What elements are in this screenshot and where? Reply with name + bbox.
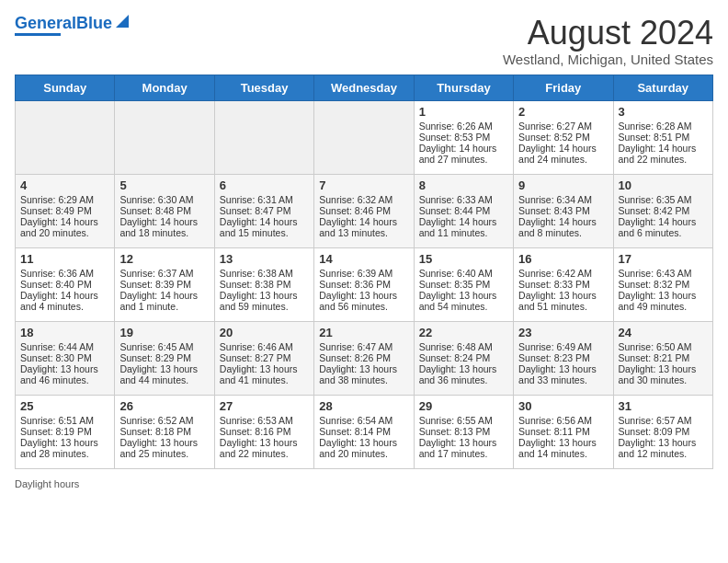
daylight-text: Daylight: 13 hours and 59 minutes. — [220, 290, 309, 312]
day-number: 31 — [619, 399, 708, 413]
sunrise-text: Sunrise: 6:50 AM — [619, 341, 708, 352]
sunset-text: Sunset: 8:44 PM — [419, 205, 508, 216]
calendar-week-row: 1Sunrise: 6:26 AMSunset: 8:53 PMDaylight… — [16, 100, 713, 174]
daylight-text: Daylight: 13 hours and 17 minutes. — [419, 437, 508, 459]
calendar-week-row: 25Sunrise: 6:51 AMSunset: 8:19 PMDayligh… — [16, 395, 713, 468]
daylight-text: Daylight: 13 hours and 56 minutes. — [319, 290, 408, 312]
title-area: August 2024 Westland, Michigan, United S… — [503, 15, 713, 67]
sunrise-text: Sunrise: 6:29 AM — [20, 194, 109, 205]
sunrise-text: Sunrise: 6:36 AM — [20, 268, 109, 279]
dow-header-thursday: Thursday — [414, 75, 513, 100]
sunrise-text: Sunrise: 6:32 AM — [319, 194, 408, 205]
sunrise-text: Sunrise: 6:43 AM — [619, 268, 708, 279]
calendar-cell: 7Sunrise: 6:32 AMSunset: 8:46 PMDaylight… — [314, 174, 414, 247]
daylight-text: Daylight: 13 hours and 36 minutes. — [419, 363, 508, 385]
calendar-cell: 1Sunrise: 6:26 AMSunset: 8:53 PMDaylight… — [414, 100, 513, 174]
day-number: 30 — [518, 399, 608, 413]
day-number: 13 — [220, 252, 309, 266]
day-number: 18 — [20, 326, 109, 339]
sunset-text: Sunset: 8:23 PM — [518, 352, 608, 363]
day-number: 9 — [518, 178, 608, 192]
sunset-text: Sunset: 8:48 PM — [119, 205, 209, 216]
sunset-text: Sunset: 8:21 PM — [619, 352, 708, 363]
daylight-text: Daylight: 14 hours and 22 minutes. — [619, 143, 708, 165]
day-number: 4 — [20, 178, 109, 192]
sunset-text: Sunset: 8:39 PM — [119, 279, 209, 290]
day-number: 2 — [518, 105, 608, 119]
sunrise-text: Sunrise: 6:31 AM — [220, 194, 309, 205]
daylight-text: Daylight: 13 hours and 30 minutes. — [619, 363, 708, 385]
day-number: 23 — [518, 326, 608, 339]
logo-general: General — [15, 14, 76, 32]
sunrise-text: Sunrise: 6:35 AM — [619, 194, 708, 205]
calendar-cell: 2Sunrise: 6:27 AMSunset: 8:52 PMDaylight… — [514, 100, 613, 174]
days-of-week-row: SundayMondayTuesdayWednesdayThursdayFrid… — [16, 75, 713, 100]
sunset-text: Sunset: 8:53 PM — [419, 132, 508, 143]
calendar-body: 1Sunrise: 6:26 AMSunset: 8:53 PMDaylight… — [16, 100, 713, 468]
daylight-text: Daylight: 13 hours and 28 minutes. — [20, 437, 109, 459]
calendar-cell: 4Sunrise: 6:29 AMSunset: 8:49 PMDaylight… — [16, 174, 115, 247]
sunrise-text: Sunrise: 6:56 AM — [518, 415, 608, 426]
calendar-cell: 26Sunrise: 6:52 AMSunset: 8:18 PMDayligh… — [115, 395, 214, 468]
calendar-cell: 8Sunrise: 6:33 AMSunset: 8:44 PMDaylight… — [414, 174, 513, 247]
sunset-text: Sunset: 8:47 PM — [220, 205, 309, 216]
sunset-text: Sunset: 8:52 PM — [518, 132, 608, 143]
logo-triangle-icon — [116, 15, 129, 31]
sunset-text: Sunset: 8:09 PM — [619, 426, 708, 437]
day-number: 28 — [319, 399, 408, 413]
calendar-cell: 31Sunrise: 6:57 AMSunset: 8:09 PMDayligh… — [613, 395, 712, 468]
daylight-text: Daylight: 14 hours and 24 minutes. — [518, 143, 608, 165]
sunrise-text: Sunrise: 6:28 AM — [619, 121, 708, 132]
sunset-text: Sunset: 8:27 PM — [220, 352, 309, 363]
sunrise-text: Sunrise: 6:57 AM — [619, 415, 708, 426]
sunset-text: Sunset: 8:13 PM — [419, 426, 508, 437]
calendar-week-row: 11Sunrise: 6:36 AMSunset: 8:40 PMDayligh… — [16, 247, 713, 321]
sunset-text: Sunset: 8:49 PM — [20, 205, 109, 216]
footer: Daylight hours — [15, 478, 713, 489]
logo: GeneralBlue — [15, 15, 129, 36]
calendar-cell: 14Sunrise: 6:39 AMSunset: 8:36 PMDayligh… — [314, 247, 414, 321]
calendar-cell: 30Sunrise: 6:56 AMSunset: 8:11 PMDayligh… — [514, 395, 613, 468]
calendar-cell: 25Sunrise: 6:51 AMSunset: 8:19 PMDayligh… — [16, 395, 115, 468]
sunrise-text: Sunrise: 6:49 AM — [518, 341, 608, 352]
daylight-text: Daylight: 13 hours and 51 minutes. — [518, 290, 608, 312]
sunrise-text: Sunrise: 6:48 AM — [419, 341, 508, 352]
day-number: 16 — [518, 252, 608, 266]
daylight-text: Daylight: 13 hours and 41 minutes. — [220, 363, 309, 385]
calendar-cell: 6Sunrise: 6:31 AMSunset: 8:47 PMDaylight… — [214, 174, 313, 247]
sunset-text: Sunset: 8:26 PM — [319, 352, 408, 363]
calendar-cell: 20Sunrise: 6:46 AMSunset: 8:27 PMDayligh… — [214, 321, 313, 395]
sunset-text: Sunset: 8:33 PM — [518, 279, 608, 290]
daylight-text: Daylight: 14 hours and 1 minute. — [119, 290, 209, 312]
day-number: 19 — [119, 326, 209, 339]
sunset-text: Sunset: 8:36 PM — [319, 279, 408, 290]
sunrise-text: Sunrise: 6:52 AM — [119, 415, 209, 426]
day-number: 24 — [619, 326, 708, 339]
day-number: 21 — [319, 326, 408, 339]
sunset-text: Sunset: 8:51 PM — [619, 132, 708, 143]
calendar-cell: 23Sunrise: 6:49 AMSunset: 8:23 PMDayligh… — [514, 321, 613, 395]
calendar-cell: 5Sunrise: 6:30 AMSunset: 8:48 PMDaylight… — [115, 174, 214, 247]
calendar-cell: 10Sunrise: 6:35 AMSunset: 8:42 PMDayligh… — [613, 174, 712, 247]
day-number: 12 — [119, 252, 209, 266]
daylight-text: Daylight: 13 hours and 38 minutes. — [319, 363, 408, 385]
calendar-cell — [16, 100, 115, 174]
day-number: 22 — [419, 326, 508, 339]
sunrise-text: Sunrise: 6:39 AM — [319, 268, 408, 279]
sunrise-text: Sunrise: 6:37 AM — [119, 268, 209, 279]
daylight-text: Daylight: 14 hours and 15 minutes. — [220, 216, 309, 238]
day-number: 11 — [20, 252, 109, 266]
calendar-cell: 17Sunrise: 6:43 AMSunset: 8:32 PMDayligh… — [613, 247, 712, 321]
daylight-text: Daylight: 14 hours and 18 minutes. — [119, 216, 209, 238]
sunset-text: Sunset: 8:19 PM — [20, 426, 109, 437]
day-number: 10 — [619, 178, 708, 192]
sunrise-text: Sunrise: 6:54 AM — [319, 415, 408, 426]
calendar-cell: 3Sunrise: 6:28 AMSunset: 8:51 PMDaylight… — [613, 100, 712, 174]
dow-header-wednesday: Wednesday — [314, 75, 414, 100]
daylight-text: Daylight: 14 hours and 6 minutes. — [619, 216, 708, 238]
day-number: 8 — [419, 178, 508, 192]
daylight-text: Daylight: 13 hours and 44 minutes. — [119, 363, 209, 385]
sunset-text: Sunset: 8:30 PM — [20, 352, 109, 363]
svg-marker-0 — [116, 15, 129, 28]
day-number: 27 — [220, 399, 309, 413]
